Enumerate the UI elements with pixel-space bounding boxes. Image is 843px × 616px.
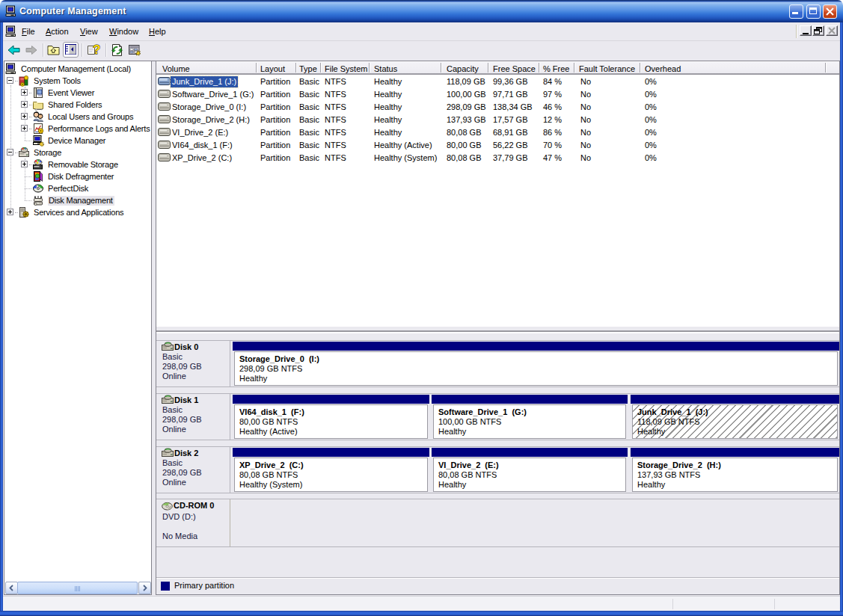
- svg-text:?: ?: [93, 43, 100, 57]
